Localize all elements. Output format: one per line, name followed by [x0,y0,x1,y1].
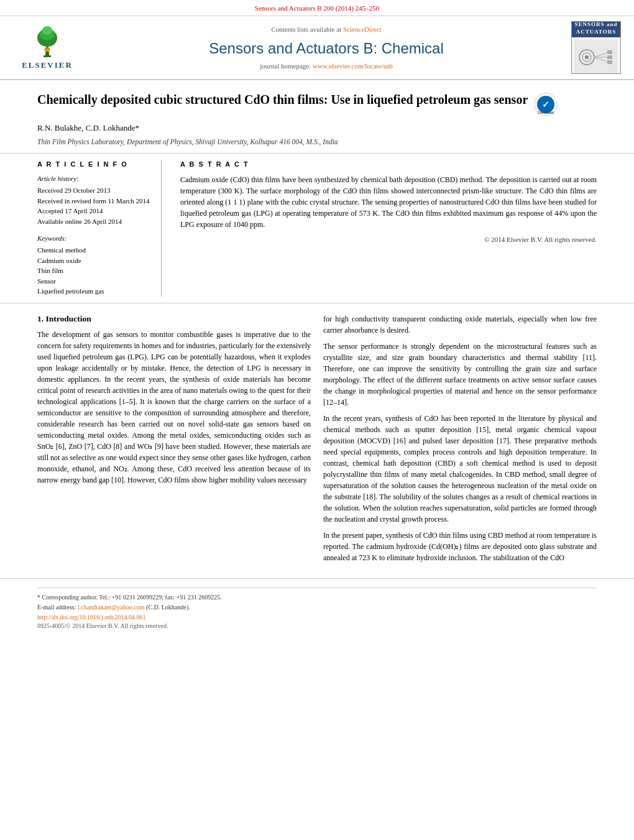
journal-info-center: Contents lists available at ScienceDirec… [85,25,568,71]
body-content: 1. Introduction The development of gas s… [0,303,634,578]
svg-point-11 [585,55,589,59]
history-revised: Received in revised form 11 March 2014 [37,196,151,206]
keyword-5: Liquefied petroleum gas [37,287,151,296]
keyword-4: Sensor [37,277,151,286]
sciencedirect-link[interactable]: ScienceDirect [343,25,382,33]
affiliation-text: Thin Film Physics Laboratory, Department… [37,137,597,147]
section1-heading: 1. Introduction [37,313,311,325]
svg-text:✓: ✓ [542,99,549,109]
footer-divider [37,588,597,588]
elsevier-branding: ELSEVIER [10,24,85,71]
author-email-link[interactable]: l.chandrakant@yahoo.com [78,604,145,611]
svg-rect-17 [607,60,612,64]
svg-point-5 [42,26,52,35]
article-info-panel: A R T I C L E I N F O Article history: R… [37,160,162,297]
svg-rect-15 [607,50,612,54]
abstract-panel: A B S T R A C T Cadmium oxide (CdO) thin… [174,160,597,297]
abstract-text: Cadmium oxide (CdO) thin films have been… [180,174,597,230]
sensors-actuators-logo: SENSORS andACTUATORS [571,21,621,74]
article-title: Chemically deposited cubic structured Cd… [37,91,597,116]
elsevier-label: ELSEVIER [22,60,73,71]
keyword-2: Cadmium oxide [37,256,151,265]
intro-para-5: In the present paper, synthesis of CdO t… [323,530,597,563]
journal-citation: Sensors and Actuators B 200 (2014) 245–2… [255,4,379,12]
authors-line: R.N. Bulakhe, C.D. Lokhande* [37,122,597,134]
keyword-1: Chemical method [37,246,151,255]
article-info-heading: A R T I C L E I N F O [37,160,151,169]
copyright-text: © 2014 Elsevier B.V. All rights reserved… [180,235,597,244]
article-info-abstract-section: A R T I C L E I N F O Article history: R… [0,154,634,304]
svg-text:CrossMark: CrossMark [538,111,554,114]
footer-section: * Corresponding author. Tel.: +91 0231 2… [0,578,634,633]
intro-para-4: In the recent years, synthesis of CdO ha… [323,413,597,525]
intro-para-2: for high conductivity transparent conduc… [323,313,597,336]
history-online: Available online 26 April 2014 [37,217,151,226]
body-left-column: 1. Introduction The development of gas s… [37,313,311,568]
keywords-section: Keywords: Chemical method Cadmium oxide … [37,234,151,296]
corresponding-author-note: * Corresponding author. Tel.: +91 0231 2… [37,593,597,602]
abstract-heading: A B S T R A C T [180,160,597,169]
issn-line: 0925-4005/© 2014 Elsevier B.V. All right… [37,622,597,630]
keywords-label: Keywords: [37,234,151,243]
sciencedirect-line: Contents lists available at ScienceDirec… [85,25,568,34]
email-note: E-mail address: l.chandrakant@yahoo.com … [37,603,597,612]
sensors-logo-container: SENSORS andACTUATORS [568,21,624,74]
elsevier-tree-icon [29,24,66,58]
crossmark-icon: ✓ CrossMark [534,93,558,116]
author-names: R.N. Bulakhe, C.D. Lokhande* [37,123,139,132]
journal-header: ELSEVIER Contents lists available at Sci… [0,16,634,80]
sensors-logo-header: SENSORS andACTUATORS [572,21,620,37]
journal-citation-bar: Sensors and Actuators B 200 (2014) 245–2… [0,0,634,16]
history-accepted: Accepted 17 April 2014 [37,206,151,216]
journal-homepage-line: journal homepage: www.elsevier.com/locat… [85,62,568,71]
svg-rect-16 [607,55,612,59]
doi-line: http://dx.doi.org/10.1016/j.snb.2014.04.… [37,613,597,622]
journal-title: Sensors and Actuators B: Chemical [85,38,568,59]
homepage-link[interactable]: www.elsevier.com/locate/snb [313,62,393,70]
svg-rect-1 [44,55,51,57]
sensors-logo-image [572,37,620,74]
elsevier-logo: ELSEVIER [22,24,73,71]
intro-para-1: The development of gas sensors to monito… [37,329,311,486]
history-received: Received 29 October 2013 [37,186,151,195]
body-right-column: for high conductivity transparent conduc… [323,313,597,568]
article-title-text: Chemically deposited cubic structured Cd… [37,91,528,108]
history-label: Article history: [37,174,151,183]
svg-rect-7 [46,47,48,48]
intro-para-3: The sensor performance is strongly depen… [323,341,597,408]
doi-link[interactable]: http://dx.doi.org/10.1016/j.snb.2014.04.… [37,614,146,621]
keyword-3: Thin film [37,266,151,275]
article-title-section: Chemically deposited cubic structured Cd… [0,80,634,153]
